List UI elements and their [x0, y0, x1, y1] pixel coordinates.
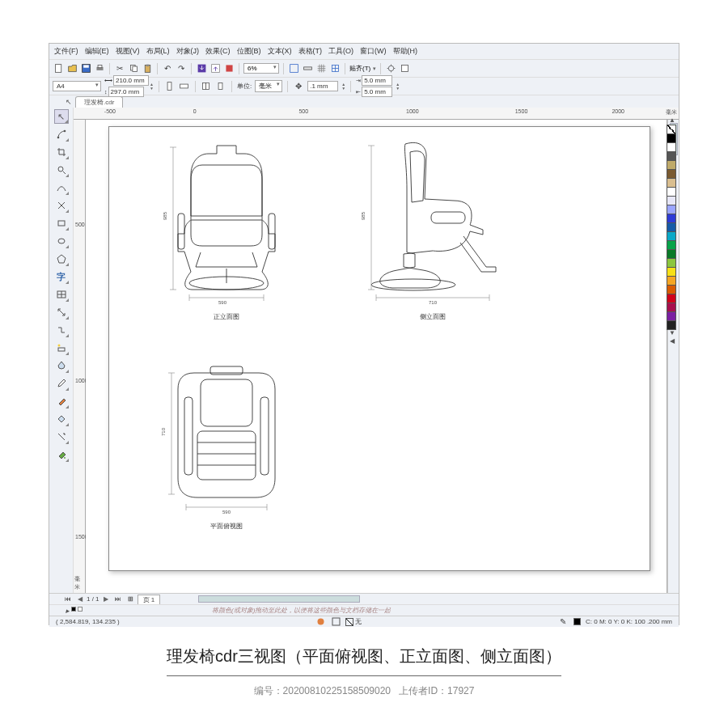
horizontal-scrollbar[interactable] — [195, 593, 679, 604]
copy-icon[interactable] — [128, 63, 139, 74]
freehand-tool[interactable] — [54, 180, 69, 195]
svg-text:710: 710 — [429, 300, 438, 305]
page-last-icon[interactable]: ⏭ — [112, 595, 124, 603]
page-add-icon[interactable]: ⊞ — [125, 595, 136, 603]
launch-icon[interactable] — [399, 63, 410, 74]
menu-bitmap[interactable]: 位图(B) — [237, 46, 261, 57]
fill-tool[interactable] — [54, 447, 69, 462]
publish-icon[interactable] — [223, 63, 235, 74]
canvas-viewport[interactable]: 985 590 正立面图 — [86, 120, 667, 593]
zoom-tool[interactable] — [54, 163, 69, 177]
toolbox: ↖ 字 — [49, 108, 74, 593]
scrollbar-thumb-h[interactable] — [198, 595, 360, 603]
redo-icon[interactable]: ↷ — [176, 63, 187, 74]
status-outline-swatch[interactable] — [574, 618, 581, 625]
artistic-media-tool[interactable] — [54, 198, 69, 213]
duplicate-y-input[interactable]: 5.0 mm — [362, 87, 392, 97]
cut-icon[interactable]: ✂ — [114, 63, 125, 74]
nudge-input[interactable]: .1 mm — [307, 81, 338, 91]
status-outline-info: C: 0 M: 0 Y: 0 K: 100 .200 mm — [586, 618, 672, 625]
page-tab[interactable]: 页 1 — [138, 595, 161, 604]
interactive-fill-tool[interactable] — [54, 394, 69, 408]
menu-edit[interactable]: 编辑(E) — [85, 46, 109, 57]
show-rulers-icon[interactable] — [302, 63, 313, 74]
status-object-icon[interactable] — [330, 616, 341, 628]
current-page-icon[interactable] — [215, 81, 226, 92]
duplicate-spinner[interactable]: ▲▼ — [396, 83, 400, 91]
drawing-page: 985 590 正立面图 — [108, 126, 650, 571]
menu-table[interactable]: 表格(T) — [298, 46, 323, 57]
pick-tool[interactable]: ↖ — [54, 109, 69, 124]
color-palette: ▲ ▼ ◀ — [667, 116, 678, 345]
landscape-icon[interactable] — [179, 81, 190, 92]
page-prev-icon[interactable]: ◀ — [75, 595, 85, 603]
snap-to-button[interactable]: 贴齐(T) — [349, 64, 370, 73]
menu-tools[interactable]: 工具(O) — [328, 46, 353, 57]
palette-flyout-icon[interactable]: ▸ — [66, 607, 83, 615]
dimension-tool[interactable] — [54, 305, 69, 320]
palette-down-icon[interactable]: ▼ — [667, 329, 678, 337]
interactive-tool[interactable] — [54, 341, 69, 355]
svg-rect-25 — [58, 221, 65, 226]
page-width-input[interactable]: 210.0 mm — [113, 75, 149, 86]
svg-point-29 — [57, 345, 60, 347]
all-pages-icon[interactable] — [201, 81, 212, 92]
svg-point-23 — [63, 130, 66, 133]
smart-fill-tool[interactable] — [54, 412, 69, 426]
caption-uploader: 17927 — [447, 685, 474, 696]
options-icon[interactable] — [385, 63, 396, 74]
palette-fly-icon[interactable]: ◀ — [667, 337, 678, 345]
nudge-spinner[interactable]: ▲▼ — [341, 83, 345, 91]
undo-icon[interactable]: ↶ — [162, 63, 173, 74]
text-tool[interactable]: 字 — [54, 269, 69, 284]
vertical-ruler[interactable]: 500 1000 1500 毫米 — [74, 120, 86, 593]
ellipse-tool[interactable] — [54, 234, 69, 248]
status-fill-none[interactable]: 无 — [345, 617, 362, 626]
save-icon[interactable] — [80, 63, 91, 74]
polygon-tool[interactable] — [54, 252, 69, 266]
show-guides-icon[interactable] — [329, 63, 341, 74]
document-tab[interactable]: 理发椅.cdr — [75, 96, 123, 108]
zoom-select[interactable]: 6% — [243, 63, 279, 74]
svg-text:590: 590 — [222, 510, 231, 514]
connector-tool[interactable] — [54, 323, 69, 337]
palette-up-icon[interactable]: ▲ — [667, 116, 678, 125]
export-icon[interactable] — [210, 63, 221, 74]
status-color-icon[interactable] — [315, 616, 326, 628]
svg-text:985: 985 — [163, 211, 167, 220]
menu-text[interactable]: 文本(X) — [268, 46, 292, 57]
portrait-icon[interactable] — [164, 81, 176, 92]
crop-tool[interactable] — [54, 145, 69, 159]
menu-layout[interactable]: 布局(L) — [146, 46, 170, 57]
palette-swatch[interactable] — [667, 125, 676, 134]
menu-object[interactable]: 对象(J) — [176, 46, 200, 57]
print-icon[interactable] — [94, 63, 105, 74]
menu-effect[interactable]: 效果(C) — [205, 46, 231, 57]
outline-pen-icon[interactable]: ✎ — [557, 616, 569, 628]
menu-view[interactable]: 视图(V) — [116, 46, 140, 57]
page-first-icon[interactable]: ⏮ — [62, 595, 74, 603]
transparency-tool[interactable] — [54, 358, 69, 373]
menu-file[interactable]: 文件(F) — [54, 46, 78, 57]
page-next-icon[interactable]: ▶ — [101, 595, 111, 603]
duplicate-x-input[interactable]: 5.0 mm — [362, 75, 392, 86]
units-select[interactable]: 毫米 — [255, 80, 282, 92]
menu-help[interactable]: 帮助(H) — [393, 46, 418, 57]
menu-window[interactable]: 窗口(W) — [360, 46, 387, 57]
table-tool[interactable] — [54, 287, 69, 302]
open-icon[interactable] — [66, 63, 78, 74]
eyedropper-tool[interactable] — [54, 376, 69, 391]
horizontal-ruler[interactable]: -500 0 500 1000 1500 2000 毫米 — [74, 108, 679, 120]
outline-tool[interactable] — [54, 430, 69, 444]
shape-tool[interactable] — [54, 127, 69, 142]
svg-rect-20 — [206, 83, 210, 89]
page-size-select[interactable]: A4 — [53, 81, 101, 91]
new-icon[interactable] — [53, 63, 64, 74]
dims-spinner[interactable]: ▲▼ — [150, 83, 154, 91]
show-grid-icon[interactable] — [315, 63, 327, 74]
caption-uploader-label: 上传者ID： — [399, 685, 447, 696]
paste-icon[interactable] — [142, 63, 153, 74]
import-icon[interactable] — [196, 63, 207, 74]
rectangle-tool[interactable] — [54, 216, 69, 231]
fullscreen-icon[interactable] — [288, 63, 299, 74]
